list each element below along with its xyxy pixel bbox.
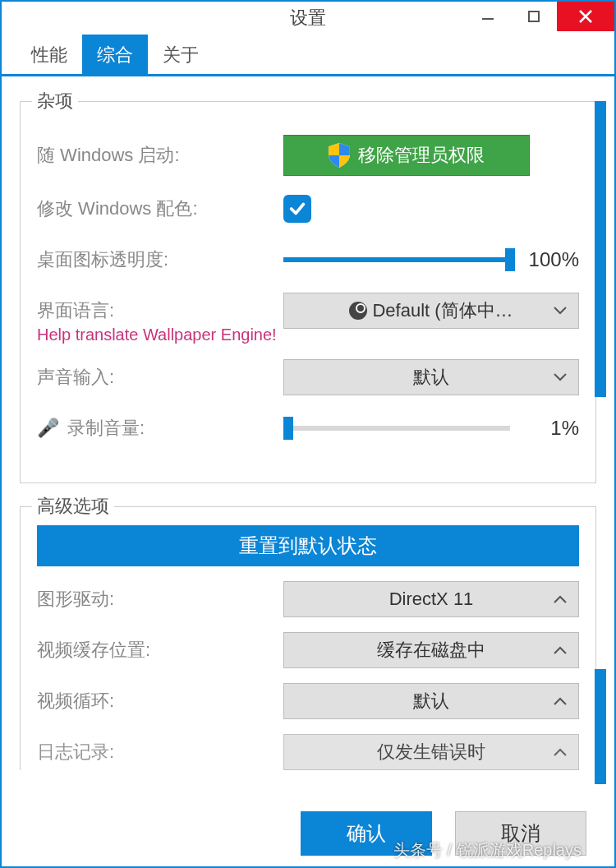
steam-icon (349, 302, 367, 320)
slider-thumb[interactable] (283, 417, 293, 440)
chevron-up-icon (554, 697, 567, 705)
gfx-value: DirectX 11 (389, 589, 474, 610)
scroll-thumb-bottom[interactable] (595, 669, 606, 784)
check-icon (288, 200, 306, 218)
row-theme: 修改 Windows 配色: (37, 191, 579, 227)
slider-thumb[interactable] (505, 248, 515, 271)
row-loop: 视频循环: 默认 (37, 683, 579, 719)
record-volume-slider[interactable] (283, 426, 510, 431)
language-dropdown[interactable]: Default (简体中… (283, 293, 579, 329)
fieldset-misc: 杂项 随 Windows 启动: 移除管理员权限 (20, 101, 596, 483)
row-log: 日志记录: 仅发生错误时 (37, 734, 579, 770)
loop-value: 默认 (413, 689, 449, 713)
cancel-button[interactable]: 取消 (455, 811, 586, 856)
row-gfx: 图形驱动: DirectX 11 (37, 581, 579, 617)
tab-performance[interactable]: 性能 (16, 35, 82, 74)
minimize-icon (480, 9, 495, 24)
content-area: 杂项 随 Windows 启动: 移除管理员权限 (2, 76, 614, 866)
minimize-button[interactable] (465, 2, 511, 31)
scroll-thumb-top[interactable] (595, 101, 606, 397)
label-startup: 随 Windows 启动: (37, 143, 283, 168)
audio-input-value: 默认 (413, 365, 449, 390)
label-icon-opacity: 桌面图标透明度: (37, 247, 283, 272)
ok-button[interactable]: 确认 (301, 811, 432, 856)
chevron-up-icon (554, 646, 567, 654)
icon-opacity-slider[interactable] (283, 257, 510, 262)
gfx-dropdown[interactable]: DirectX 11 (283, 581, 579, 617)
theme-checkbox[interactable] (283, 195, 311, 223)
reset-defaults-button[interactable]: 重置到默认状态 (37, 525, 579, 566)
close-icon (577, 8, 594, 25)
record-volume-value: 1% (522, 417, 579, 440)
row-language: 界面语言: Default (简体中… (37, 293, 579, 329)
settings-window: 设置 性能 综合 关于 杂项 随 Windows 启动: (0, 0, 616, 868)
microphone-icon: 🎤 (37, 418, 59, 439)
cache-value: 缓存在磁盘中 (377, 638, 485, 663)
ok-label: 确认 (347, 820, 386, 847)
loop-dropdown[interactable]: 默认 (283, 683, 579, 719)
titlebar: 设置 (2, 2, 614, 35)
chevron-up-icon (554, 595, 567, 603)
icon-opacity-value: 100% (522, 248, 579, 271)
label-gfx: 图形驱动: (37, 587, 283, 612)
scroll-track[interactable] (595, 101, 606, 784)
chevron-down-icon (554, 373, 567, 381)
label-record-volume: 🎤录制音量: (37, 416, 283, 441)
cancel-label: 取消 (501, 820, 540, 847)
dialog-footer: 确认 取消 (2, 801, 614, 866)
legend-misc: 杂项 (32, 89, 78, 113)
cache-dropdown[interactable]: 缓存在磁盘中 (283, 632, 579, 668)
language-value: Default (简体中… (372, 298, 513, 323)
remove-admin-label: 移除管理员权限 (358, 143, 485, 168)
log-value: 仅发生错误时 (377, 740, 485, 764)
label-language: 界面语言: (37, 298, 283, 323)
row-audio-input: 声音输入: 默认 (37, 359, 579, 395)
remove-admin-button[interactable]: 移除管理员权限 (283, 135, 530, 176)
label-theme: 修改 Windows 配色: (37, 196, 283, 221)
label-log: 日志记录: (37, 740, 283, 764)
svg-rect-1 (529, 12, 539, 21)
maximize-button[interactable] (511, 2, 557, 31)
reset-defaults-label: 重置到默认状态 (239, 533, 377, 559)
window-controls (465, 2, 614, 31)
row-record-volume: 🎤录制音量: 1% (37, 410, 579, 446)
log-dropdown[interactable]: 仅发生错误时 (283, 734, 579, 770)
audio-input-dropdown[interactable]: 默认 (283, 359, 579, 395)
slider-fill (283, 257, 510, 262)
row-icon-opacity: 桌面图标透明度: 100% (37, 242, 579, 278)
tab-general[interactable]: 综合 (82, 35, 148, 74)
tab-about[interactable]: 关于 (148, 35, 214, 74)
label-cache: 视频缓存位置: (37, 638, 283, 663)
chevron-up-icon (554, 748, 567, 756)
chevron-down-icon (554, 307, 567, 315)
shield-icon (329, 143, 350, 168)
row-cache: 视频缓存位置: 缓存在磁盘中 (37, 632, 579, 668)
label-loop: 视频循环: (37, 689, 283, 713)
close-button[interactable] (557, 2, 614, 31)
legend-advanced: 高级选项 (32, 494, 114, 519)
tabbar: 性能 综合 关于 (2, 35, 614, 76)
row-startup: 随 Windows 启动: 移除管理员权限 (37, 135, 579, 176)
maximize-icon (527, 10, 540, 23)
fieldset-advanced: 高级选项 重置到默认状态 图形驱动: DirectX 11 视频缓存位置: 缓存… (20, 506, 596, 770)
label-audio-input: 声音输入: (37, 365, 283, 390)
